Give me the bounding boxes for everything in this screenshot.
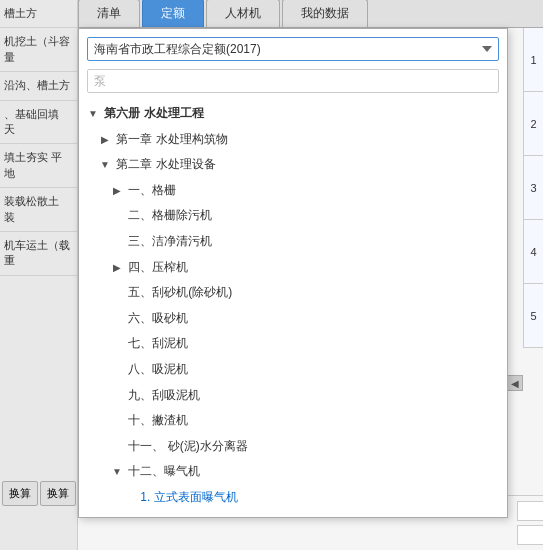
bottom-row-2: [517, 525, 543, 545]
tree-item-16[interactable]: 2. 倒伞形叶轮曝气机: [79, 511, 507, 518]
tree-item-2[interactable]: 第二章 水处理设备: [79, 152, 507, 178]
tree-item-11[interactable]: 九、刮吸泥机: [79, 383, 507, 409]
tree-toggle-16: [123, 515, 135, 518]
sidebar-buttons: 换算 换算: [0, 477, 78, 510]
tree-toggle-5: [111, 233, 123, 245]
tree-item-10[interactable]: 八、吸泥机: [79, 357, 507, 383]
sidebar-item-3: 沿沟、槽土方: [0, 72, 77, 100]
tree-label-13: 十一、 砂(泥)水分离器: [128, 439, 247, 453]
tree-item-8[interactable]: 六、吸砂机: [79, 306, 507, 332]
value-input-2[interactable]: [517, 525, 543, 545]
tree-item-15[interactable]: 1. 立式表面曝气机: [79, 485, 507, 511]
tree-item-0[interactable]: 第六册 水处理工程: [79, 101, 507, 127]
tree-toggle-12: [111, 412, 123, 424]
tree-label-0: 第六册 水处理工程: [104, 106, 203, 120]
tree-toggle-6[interactable]: [111, 262, 123, 274]
tree-label-5: 三、洁净清污机: [128, 234, 212, 248]
tree-label-10: 八、吸泥机: [128, 362, 188, 376]
num-cell-5: 5: [524, 284, 543, 348]
tree-toggle-9: [111, 335, 123, 347]
sidebar-item-5: 填土夯实 平地: [0, 144, 77, 188]
tree-toggle-4: [111, 207, 123, 219]
tree-item-5[interactable]: 三、洁净清污机: [79, 229, 507, 255]
tree-item-9[interactable]: 七、刮泥机: [79, 331, 507, 357]
tree-item-3[interactable]: 一、格栅: [79, 178, 507, 204]
tree-item-13[interactable]: 十一、 砂(泥)水分离器: [79, 434, 507, 460]
tree-label-9: 七、刮泥机: [128, 336, 188, 350]
tree-toggle-2[interactable]: [99, 159, 111, 171]
main-area: 清单 定额 人材机 我的数据 海南省市政工程综合定额(2017) 第六册 水处理…: [78, 0, 543, 550]
tree-label-12: 十、撇渣机: [128, 413, 188, 427]
search-container: [79, 65, 507, 97]
quota-dropdown[interactable]: 海南省市政工程综合定额(2017): [87, 37, 499, 61]
sidebar-item-7: 机车运土（载重: [0, 232, 77, 276]
tree-label-16: 2. 倒伞形叶轮曝气机: [140, 516, 249, 518]
left-sidebar: 槽土方 机挖土（斗容量 沿沟、槽土方 、基础回填 天 填土夯实 平地 装载松散土…: [0, 0, 78, 550]
tree-label-6: 四、压榨机: [128, 260, 188, 274]
bottom-rows: [517, 501, 543, 545]
tree-label-11: 九、刮吸泥机: [128, 388, 200, 402]
tab-rencaiji[interactable]: 人材机: [206, 0, 280, 27]
value-input-1[interactable]: [517, 501, 543, 521]
tree-toggle-0[interactable]: [87, 108, 99, 120]
sidebar-item-6: 装载松散土 装: [0, 188, 77, 232]
popup-panel: 海南省市政工程综合定额(2017) 第六册 水处理工程 第一章 水处理构筑物 第…: [78, 28, 508, 518]
tree-toggle-14[interactable]: [111, 466, 123, 478]
tree-label-15: 1. 立式表面曝气机: [140, 490, 237, 504]
tree-container[interactable]: 第六册 水处理工程 第一章 水处理构筑物 第二章 水处理设备 一、格栅 二、格栅…: [79, 97, 507, 517]
tree-label-3: 一、格栅: [128, 183, 176, 197]
search-input[interactable]: [87, 69, 499, 93]
tree-toggle-10: [111, 361, 123, 373]
tree-toggle-15: [123, 489, 135, 501]
tree-label-2: 第二章 水处理设备: [116, 157, 215, 171]
tree-label-14: 十二、曝气机: [128, 464, 200, 478]
convert-button-1[interactable]: 换算: [2, 481, 38, 506]
num-cell-3: 3: [524, 156, 543, 220]
tree-toggle-8: [111, 310, 123, 322]
num-cell-2: 2: [524, 92, 543, 156]
tree-item-4[interactable]: 二、格栅除污机: [79, 203, 507, 229]
tab-dinge[interactable]: 定额: [142, 0, 204, 27]
num-cell-4: 4: [524, 220, 543, 284]
tree-item-7[interactable]: 五、刮砂机(除砂机): [79, 280, 507, 306]
sidebar-item-4: 、基础回填 天: [0, 101, 77, 145]
tree-label-7: 五、刮砂机(除砂机): [128, 285, 232, 299]
bottom-row-1: [517, 501, 543, 521]
tree-item-1[interactable]: 第一章 水处理构筑物: [79, 127, 507, 153]
tree-item-6[interactable]: 四、压榨机: [79, 255, 507, 281]
tree-label-4: 二、格栅除污机: [128, 208, 212, 222]
tab-qingdan[interactable]: 清单: [78, 0, 140, 27]
sidebar-item-1: 槽土方: [0, 0, 77, 28]
dropdown-container: 海南省市政工程综合定额(2017): [79, 29, 507, 65]
tree-label-1: 第一章 水处理构筑物: [116, 132, 227, 146]
tree-toggle-7: [111, 284, 123, 296]
tree-item-14[interactable]: 十二、曝气机: [79, 459, 507, 485]
tab-wodeshuju[interactable]: 我的数据: [282, 0, 368, 27]
tree-toggle-11: [111, 387, 123, 399]
convert-button-2[interactable]: 换算: [40, 481, 76, 506]
sidebar-item-2: 机挖土（斗容量: [0, 28, 77, 72]
tree-toggle-1[interactable]: [99, 134, 111, 146]
tree-toggle-3[interactable]: [111, 185, 123, 197]
num-cell-1: 1: [524, 28, 543, 92]
tree-label-8: 六、吸砂机: [128, 311, 188, 325]
tree-item-12[interactable]: 十、撇渣机: [79, 408, 507, 434]
scroll-left-arrow[interactable]: ◀: [507, 375, 523, 391]
tab-bar: 清单 定额 人材机 我的数据: [78, 0, 543, 28]
tree-toggle-13: [111, 438, 123, 450]
right-numbers: 1 2 3 4 5: [523, 28, 543, 348]
